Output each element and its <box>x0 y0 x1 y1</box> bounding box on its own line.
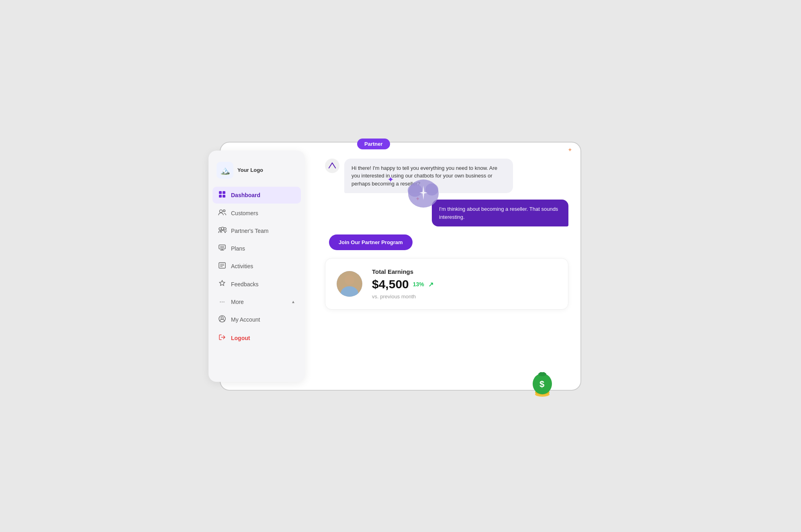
logo-area: 🏔️ Your Logo <box>213 159 301 185</box>
sidebar-item-logout[interactable]: Logout <box>213 330 301 347</box>
partner-badge: Partner <box>357 139 390 149</box>
bot-chat-bubble: Hi there! I'm happy to tell you everythi… <box>344 159 513 194</box>
sidebar-item-more[interactable]: ··· More ▲ <box>213 294 301 310</box>
earnings-avatar <box>337 271 362 297</box>
sidebar-label-partners-team: Partner's Team <box>231 228 268 234</box>
bot-message-row: Hi there! I'm happy to tell you everythi… <box>325 159 568 194</box>
my-account-icon <box>218 315 226 324</box>
dashboard-icon <box>218 191 226 200</box>
sidebar-label-customers: Customers <box>231 210 258 216</box>
sidebar-label-logout: Logout <box>231 335 250 341</box>
svg-text:$: $ <box>539 379 544 389</box>
cta-area: Join Our Partner Program <box>325 233 568 250</box>
earnings-info: Total Earnings $4,500 13% ↗ vs. previous… <box>372 268 433 300</box>
activities-icon <box>218 262 226 270</box>
sidebar-item-plans[interactable]: Plans <box>213 241 301 257</box>
earnings-value: $4,500 <box>372 277 409 291</box>
svg-rect-9 <box>219 245 225 249</box>
logout-icon <box>218 334 226 342</box>
earnings-arrow-icon: ↗ <box>428 281 433 288</box>
sidebar-label-dashboard: Dashboard <box>231 192 260 198</box>
svg-point-5 <box>223 210 225 212</box>
partners-team-icon <box>218 227 226 235</box>
join-partner-button[interactable]: Join Our Partner Program <box>329 234 413 250</box>
sidebar-item-dashboard[interactable]: Dashboard <box>213 187 301 204</box>
svg-rect-0 <box>219 191 222 194</box>
bot-avatar <box>325 159 339 173</box>
money-bag-decoration: $ <box>528 367 556 402</box>
earnings-card: Total Earnings $4,500 13% ↗ vs. previous… <box>325 258 568 310</box>
user-chat-bubble: I'm thinking about becoming a reseller. … <box>432 200 568 226</box>
sidebar-item-my-account[interactable]: My Account <box>213 311 301 328</box>
logo-text: Your Logo <box>237 167 263 173</box>
sidebar-label-more: More <box>231 299 244 305</box>
chat-area: ✦ ✦ ✦ Hi there! I'm ha <box>325 155 568 251</box>
app-frame: 🏔️ Your Logo Dashboard <box>220 142 581 391</box>
earnings-comparison: vs. previous month <box>372 294 433 300</box>
svg-point-4 <box>220 210 223 212</box>
svg-point-29 <box>538 372 546 376</box>
plans-icon <box>218 245 226 253</box>
earnings-amount-row: $4,500 13% ↗ <box>372 277 433 291</box>
earnings-title: Total Earnings <box>372 268 433 275</box>
sparkle-orange-icon: ✦ <box>568 147 572 153</box>
sidebar-label-feedbacks: Feedbacks <box>231 281 258 287</box>
main-content: Partner ✦ ✦ ✦ <box>309 143 580 390</box>
sparkle-purple-icon: ✦ <box>387 175 394 184</box>
earnings-percentage: 13% <box>413 281 424 287</box>
customers-icon <box>218 209 226 217</box>
chat-section: Hi there! I'm happy to tell you everythi… <box>325 155 568 251</box>
sidebar-label-plans: Plans <box>231 245 245 252</box>
sidebar-item-feedbacks[interactable]: Feedbacks <box>213 276 301 293</box>
sidebar-item-activities[interactable]: Activities <box>213 258 301 274</box>
svg-point-19 <box>221 317 223 319</box>
sidebar: 🏔️ Your Logo Dashboard <box>208 151 305 382</box>
logo-icon: 🏔️ <box>217 162 233 179</box>
svg-rect-2 <box>219 195 222 198</box>
svg-point-24 <box>345 275 354 285</box>
user-message-row: I'm thinking about becoming a reseller. … <box>325 200 568 226</box>
svg-rect-3 <box>223 195 225 198</box>
more-icon: ··· <box>218 298 226 306</box>
sidebar-item-customers[interactable]: Customers <box>213 205 301 221</box>
sidebar-label-my-account: My Account <box>231 316 260 323</box>
sidebar-label-activities: Activities <box>231 263 253 269</box>
sidebar-item-partners-team[interactable]: Partner's Team <box>213 223 301 239</box>
feedbacks-icon <box>218 280 226 289</box>
more-expand-icon: ▲ <box>291 300 295 304</box>
svg-rect-1 <box>223 191 225 194</box>
